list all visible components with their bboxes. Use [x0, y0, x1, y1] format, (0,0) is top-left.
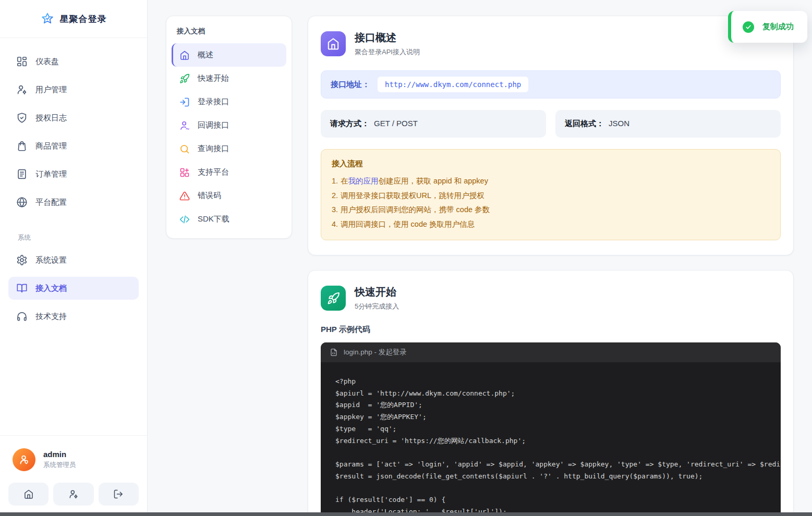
home-icon: [326, 37, 340, 51]
sidebar-item-label: 技术支持: [35, 312, 67, 322]
user-info: admin 系统管理员: [8, 448, 139, 471]
doc-nav-title: 接入文档: [172, 26, 286, 43]
step-number: 1.: [332, 177, 338, 185]
file-code-icon: [330, 348, 338, 357]
response-format-label: 返回格式：: [565, 119, 604, 128]
quickstart-subtitle: 5分钟完成接入: [355, 302, 399, 311]
user-name: admin: [43, 450, 76, 459]
sidebar-item-support[interactable]: 技术支持: [8, 305, 139, 328]
response-format-box: 返回格式：JSON: [555, 110, 781, 138]
api-url-label: 接口地址：: [331, 80, 370, 90]
avatar: [13, 448, 35, 471]
code-icon: [179, 214, 190, 225]
grid-plus-icon: [179, 167, 190, 178]
response-format-value: JSON: [609, 119, 629, 128]
sidebar-item-label: 订单管理: [35, 169, 67, 179]
sidebar-item-label: 用户管理: [35, 85, 67, 95]
overview-card-header: 接口概述 聚合登录API接入说明: [321, 31, 781, 57]
overview-title: 接口概述: [355, 31, 420, 45]
home-button[interactable]: [8, 483, 49, 506]
sidebar-item-label: 商品管理: [35, 141, 67, 151]
doc-item-callback-api[interactable]: 回调接口: [172, 114, 286, 137]
doc-item-platforms[interactable]: 支持平台: [172, 161, 286, 184]
step-text: 调用回调接口，使用 code 换取用户信息: [341, 220, 475, 228]
php-code[interactable]: <?php $apiurl = 'http://www.dkym.com/con…: [321, 362, 781, 516]
my-apps-link[interactable]: 我的应用: [348, 177, 379, 185]
user-panel: admin 系统管理员: [0, 435, 147, 516]
sidebar-item-settings[interactable]: 系统设置: [8, 249, 139, 272]
api-url-value[interactable]: http://www.dkym.com/connect.php: [378, 77, 528, 92]
shopping-bag-icon: [16, 140, 28, 152]
doc-item-login-api[interactable]: 登录接口: [172, 90, 286, 114]
sidebar-item-orders[interactable]: 订单管理: [8, 163, 139, 186]
star-logo-icon: [41, 12, 54, 26]
api-url-box: 接口地址： http://www.dkym.com/connect.php: [321, 70, 781, 99]
sidebar-item-platforms[interactable]: 平台配置: [8, 191, 139, 214]
doc-item-query-api[interactable]: 查询接口: [172, 137, 286, 161]
logout-icon: [113, 489, 124, 499]
content-area: 接入文档 概述 快速开始 登录接口 回调接口 查询接口 支持平台 错误码: [148, 0, 812, 516]
sidebar-item-label: 系统设置: [35, 255, 67, 265]
gear-icon: [16, 254, 28, 266]
step-text: 在: [341, 177, 348, 185]
sidebar-item-docs[interactable]: 接入文档: [8, 277, 139, 300]
sidebar-item-label: 授权日志: [35, 113, 67, 123]
rocket-icon: [179, 73, 190, 84]
quickstart-card-header: 快速开始 5分钟完成接入: [321, 285, 781, 311]
order-file-icon: [16, 168, 28, 180]
code-block-header: login.php - 发起登录: [321, 342, 781, 362]
callback-user-icon: [179, 120, 190, 131]
step-number: 4.: [332, 220, 338, 228]
sidebar-item-users[interactable]: 用户管理: [8, 78, 139, 101]
book-icon: [16, 282, 28, 294]
doc-item-error-codes[interactable]: 错误码: [172, 184, 286, 207]
logout-button[interactable]: [99, 483, 139, 506]
php-example-label: PHP 示例代码: [321, 325, 781, 335]
check-circle-icon: [743, 21, 754, 33]
overview-card: 接口概述 聚合登录API接入说明 接口地址： http://www.dkym.c…: [308, 16, 794, 255]
sidebar-nav: 仪表盘 用户管理 授权日志 商品管理 订单管理 平台配置 系统 系统设置: [0, 38, 147, 333]
main-sidebar: 星聚合登录 仪表盘 用户管理 授权日志 商品管理 订单管理 平台配置 系统: [0, 0, 148, 516]
user-gear-icon: [68, 489, 79, 499]
doc-nav: 接入文档 概述 快速开始 登录接口 回调接口 查询接口 支持平台 错误码: [166, 16, 292, 239]
step-number: 2.: [332, 191, 338, 200]
doc-item-label: 登录接口: [198, 97, 229, 107]
home-icon: [179, 50, 190, 60]
flow-step-1: 1.在我的应用创建应用，获取 appid 和 appkey: [332, 174, 770, 189]
profile-settings-button[interactable]: [53, 483, 93, 506]
request-method-value: GET / POST: [374, 119, 418, 128]
sidebar-item-auth-log[interactable]: 授权日志: [8, 106, 139, 129]
window-horizontal-scrollbar[interactable]: [0, 512, 812, 516]
dashboard-icon: [16, 56, 28, 67]
sidebar-item-products[interactable]: 商品管理: [8, 134, 139, 157]
rocket-icon: [327, 292, 340, 305]
doc-item-label: 概述: [198, 50, 213, 60]
alert-triangle-icon: [179, 191, 190, 201]
doc-item-label: 查询接口: [198, 144, 229, 154]
doc-item-label: 支持平台: [198, 167, 229, 177]
quickstart-title: 快速开始: [355, 285, 399, 299]
user-icon: [18, 453, 30, 466]
user-settings-icon: [16, 84, 28, 95]
request-method-box: 请求方式：GET / POST: [321, 110, 546, 138]
integration-flow-box: 接入流程 1.在我的应用创建应用，获取 appid 和 appkey 2.调用登…: [321, 149, 781, 240]
quickstart-card: 快速开始 5分钟完成接入 PHP 示例代码 login.php - 发起登录 <…: [308, 270, 794, 516]
step-text: 调用登录接口获取授权URL，跳转用户授权: [341, 191, 484, 200]
shield-icon: [16, 112, 28, 124]
doc-item-label: 快速开始: [198, 73, 229, 83]
search-icon: [179, 144, 190, 154]
doc-item-label: SDK下载: [198, 214, 229, 224]
login-icon: [179, 97, 190, 107]
doc-item-quickstart[interactable]: 快速开始: [172, 67, 286, 90]
flow-title: 接入流程: [332, 159, 770, 169]
copy-success-toast: 复制成功: [728, 11, 807, 43]
step-text: 用户授权后回调到您的网站，携带 code 参数: [341, 205, 490, 214]
home-icon: [23, 489, 34, 499]
doc-item-sdk-download[interactable]: SDK下载: [172, 207, 286, 231]
flow-step-3: 3.用户授权后回调到您的网站，携带 code 参数: [332, 203, 770, 217]
step-number: 3.: [332, 205, 338, 214]
sidebar-section-system: 系统: [8, 219, 139, 249]
sidebar-item-dashboard[interactable]: 仪表盘: [8, 50, 139, 73]
request-info-row: 请求方式：GET / POST 返回格式：JSON: [321, 110, 781, 138]
doc-item-overview[interactable]: 概述: [172, 43, 286, 67]
